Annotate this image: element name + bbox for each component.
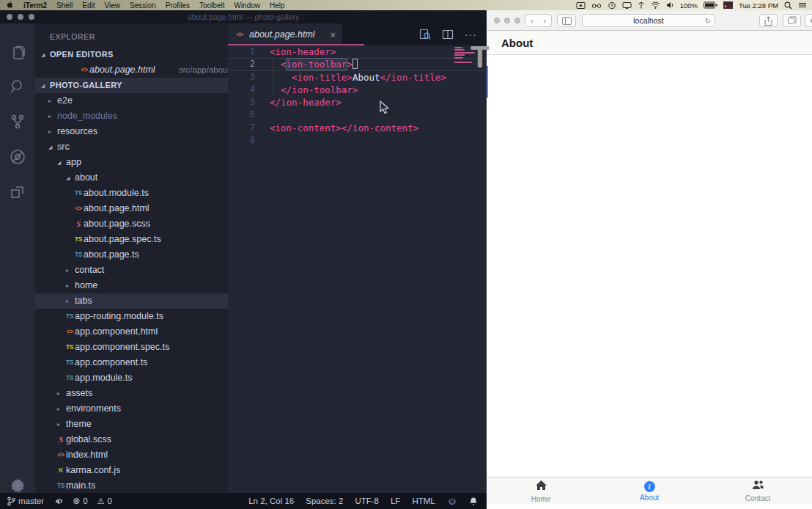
scss-file-icon: S [73,216,84,232]
open-editor-item[interactable]: <> about.page.html src/app/about [35,62,228,78]
tree-file-about.page.html[interactable]: <>about.page.html [35,201,228,216]
tree-file-about.page.ts[interactable]: TSabout.page.ts [35,247,228,263]
menu-item-iterm2[interactable]: iTerm2 [23,1,47,10]
project-section-header[interactable]: ◢ PHOTO-GALLERY [35,78,228,93]
language-indicator[interactable]: HTML [412,497,435,505]
code-line-5[interactable]: 5</ion-header> [228,96,487,109]
menu-item-shell[interactable]: Shell [56,1,73,10]
input-flag-icon[interactable] [723,1,733,9]
tree-folder-contact[interactable]: ▸contact [35,263,228,278]
spotlight-icon[interactable] [784,1,792,10]
sync-icon[interactable] [53,497,63,506]
tree-file-app.module.ts[interactable]: TSapp.module.ts [35,370,228,386]
more-actions-icon[interactable]: ··· [465,29,477,40]
extensions-icon[interactable] [9,183,26,201]
tab-overview-button[interactable] [783,14,801,27]
tree-file-about.module.ts[interactable]: TSabout.module.ts [35,186,228,201]
tree-file-app-routing.module.ts[interactable]: TSapp-routing.module.ts [35,309,228,324]
tree-file-global.scss[interactable]: Sglobal.scss [35,432,228,447]
sidebar-toggle-button[interactable] [557,14,576,27]
split-editor-icon[interactable] [442,29,454,40]
code-editor[interactable]: 1<ion-header>2 <ion-toolbar>3 <ion-title… [228,45,487,493]
tree-folder-environments[interactable]: ▸environments [35,401,228,417]
menu-item-toolbelt[interactable]: Toolbelt [199,1,224,10]
scss-file-icon: S [56,432,66,447]
code-line-7[interactable]: 7<ion-content></ion-content> [228,122,487,134]
settings-gear-icon[interactable] [9,476,26,494]
tab-about-page-html[interactable]: <> about.page.html × [228,23,342,45]
ion-tab-home[interactable]: Home [487,477,595,505]
notifications-bell-icon[interactable] [469,497,478,506]
code-line-2[interactable]: 2 <ion-toolbar> [228,58,487,70]
notification-center-icon[interactable] [798,1,807,9]
tree-file-index.html[interactable]: <>index.html [35,447,228,463]
ion-tab-contact[interactable]: Contact [704,477,812,505]
tree-folder-home[interactable]: ▸home [35,278,228,293]
tree-file-about.page.spec.ts[interactable]: TSabout.page.spec.ts [35,232,228,247]
menu-item-help[interactable]: Help [270,1,285,10]
cursor-position-indicator[interactable]: Ln 2, Col 16 [248,497,294,505]
tree-folder-tabs[interactable]: ▸tabs [35,293,228,309]
tree-file-main.ts[interactable]: TSmain.ts [35,478,228,493]
tree-folder-about[interactable]: ◢about [35,170,228,186]
apple-menu-icon[interactable] [7,1,14,10]
tree-item-label: karma.conf.js [66,463,120,478]
open-editors-section-header[interactable]: ◢ OPEN EDITORS [35,47,228,62]
tree-file-app.component.ts[interactable]: TSapp.component.ts [35,355,228,370]
indentation-indicator[interactable]: Spaces: 2 [306,497,343,505]
address-bar[interactable]: localhost ↻ [582,14,715,27]
vscode-title-bar[interactable]: about.page.html — photo-gallery [0,10,487,23]
zoom-window-button[interactable] [514,18,520,23]
code-line-4[interactable]: 4 </ion-toolbar> [228,84,487,96]
ion-tab-about[interactable]: iAbout [595,477,704,505]
tree-folder-resources[interactable]: ▸resources [35,124,228,139]
tree-folder-src[interactable]: ◢src [35,139,228,155]
volume-icon[interactable] [666,1,674,9]
tree-file-app.component.html[interactable]: <>app.component.html [35,324,228,340]
search-icon[interactable] [9,78,26,95]
errors-indicator[interactable]: ⊗ 0 [73,496,87,506]
tree-file-about.page.scss[interactable]: Sabout.page.scss [35,216,228,232]
tree-folder-e2e[interactable]: ▸e2e [35,93,228,109]
debug-icon[interactable] [9,148,26,166]
forward-button[interactable]: › [538,14,552,27]
menu-item-view[interactable]: View [105,1,121,10]
wifi-icon[interactable] [651,1,660,9]
share-button[interactable] [759,14,778,27]
open-preview-icon[interactable] [419,29,431,40]
battery-icon[interactable] [704,1,717,9]
menu-item-window[interactable]: Window [234,1,260,10]
menu-item-session[interactable]: Session [130,1,156,10]
airplay-display-icon[interactable] [622,1,632,10]
minimize-window-button[interactable] [504,18,510,23]
menu-item-edit[interactable]: Edit [82,1,95,10]
explorer-icon[interactable] [9,45,26,62]
encoding-indicator[interactable]: UTF-8 [355,497,379,505]
new-tab-button[interactable]: + [805,14,812,27]
feedback-smiley-icon[interactable]: ☺ [447,495,457,507]
code-line-6[interactable]: 6 [228,109,487,121]
reload-icon[interactable]: ↻ [705,17,711,25]
tree-folder-node_modules[interactable]: ▸node_modules [35,109,228,124]
tree-file-app.component.spec.ts[interactable]: TSapp.component.spec.ts [35,340,228,355]
code-line-1[interactable]: 1<ion-header> [228,45,487,58]
tree-folder-theme[interactable]: ▸theme [35,417,228,432]
back-button[interactable]: ‹ [525,14,539,27]
git-branch-indicator[interactable]: master [7,497,44,506]
close-window-button[interactable] [494,18,500,23]
screen-record-icon[interactable] [576,1,586,10]
close-tab-icon[interactable]: × [330,29,336,40]
eol-indicator[interactable]: LF [391,497,400,505]
warnings-indicator[interactable]: ⚠ 0 [97,497,112,506]
code-line-8[interactable]: 8 [228,134,487,147]
menu-clock[interactable]: Tue 2:28 PM [739,1,778,10]
code-line-3[interactable]: 3 <ion-title>About</ion-title> [228,71,487,84]
tree-file-karma.conf.js[interactable]: Kkarma.conf.js [35,463,228,478]
source-control-icon[interactable] [9,113,26,131]
fan-icon[interactable] [638,1,645,10]
menu-item-profiles[interactable]: Profiles [166,1,190,10]
tree-folder-assets[interactable]: ▸assets [35,386,228,401]
glasses-icon[interactable] [591,1,602,10]
time-machine-icon[interactable] [608,1,616,10]
tree-folder-app[interactable]: ◢app [35,155,228,170]
